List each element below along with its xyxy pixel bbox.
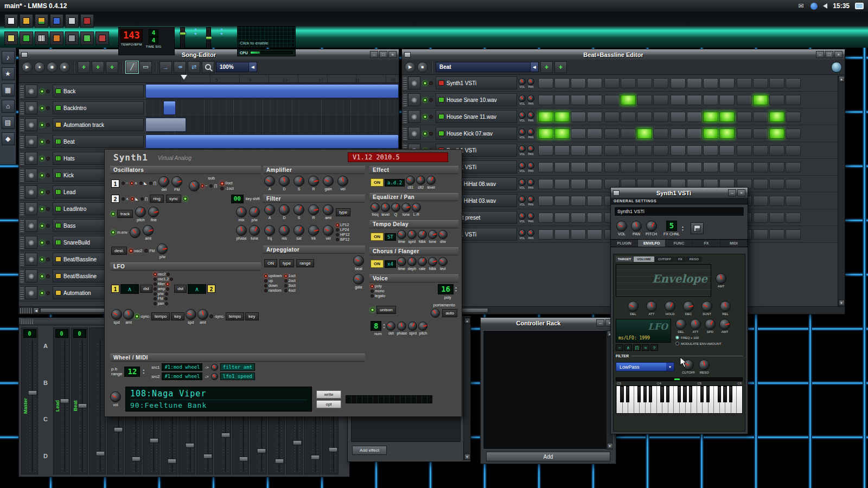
beat-step-12[interactable] — [719, 112, 735, 122]
transport-button[interactable]: ◉ — [47, 62, 58, 73]
track-actions-button[interactable] — [25, 118, 37, 131]
lfo1-number[interactable]: 1 — [111, 285, 119, 293]
chorus-mode-display[interactable]: x4 — [385, 260, 396, 268]
pan-knob[interactable]: PAN — [527, 145, 534, 156]
knob-dial[interactable] — [426, 176, 436, 185]
track-actions-button[interactable] — [408, 76, 420, 89]
beat-step-2[interactable] — [554, 179, 570, 189]
beat-step-16[interactable] — [786, 229, 801, 240]
knob-A[interactable]: A — [264, 176, 275, 191]
mute-led[interactable] — [423, 98, 427, 102]
transport-button[interactable]: ▶ — [405, 62, 416, 73]
beat-step-12[interactable] — [719, 129, 735, 139]
knob-dial[interactable] — [716, 273, 726, 284]
combo-arrow-icon[interactable]: ◀ — [530, 62, 538, 72]
beat-step-16[interactable] — [786, 196, 801, 206]
knob-rate[interactable]: rate — [418, 257, 427, 271]
beat-step-5[interactable] — [604, 145, 620, 156]
track-actions-button[interactable] — [25, 101, 37, 114]
lfo1-tempo-button[interactable]: tempo — [151, 312, 170, 320]
knob-level[interactable]: level — [381, 203, 390, 216]
beat-step-6[interactable] — [621, 145, 636, 156]
arp-type-button[interactable]: type — [279, 259, 294, 267]
beat-step-14[interactable] — [753, 145, 768, 156]
mixer-channel[interactable]: 0Master — [21, 328, 38, 474]
wave-button[interactable]: ≈ — [642, 344, 649, 351]
track-grip[interactable] — [403, 110, 407, 123]
knob-D[interactable]: D — [279, 204, 290, 220]
knob-dial[interactable] — [719, 319, 730, 330]
fader-handle[interactable] — [239, 457, 248, 461]
track-button[interactable]: track — [117, 210, 133, 218]
close-button[interactable]: × — [388, 51, 397, 58]
knob-ATT[interactable]: ATT — [690, 319, 701, 333]
knob-dial[interactable] — [264, 176, 275, 187]
beat-step-2[interactable] — [554, 162, 570, 172]
mode-button[interactable]: ▭ — [139, 61, 152, 73]
beat-step-9[interactable] — [671, 129, 686, 139]
bb-editor-titlebar[interactable]: Beat+Bassline Editor – □ × — [402, 49, 845, 60]
knob-dial[interactable] — [683, 359, 694, 370]
knob-dial[interactable] — [699, 359, 710, 370]
option-◣[interactable]: ◣ — [139, 181, 146, 185]
lfo1-dst-button[interactable]: dst — [140, 285, 152, 293]
beat-step-4[interactable] — [587, 196, 602, 206]
beat-step-15[interactable] — [769, 229, 784, 240]
knob-gate[interactable]: gate — [353, 274, 364, 289]
piano-key-black[interactable] — [678, 386, 681, 402]
timesig-denominator[interactable]: 4 — [149, 37, 159, 44]
beat-step-2[interactable] — [554, 78, 570, 88]
track-timeline[interactable] — [145, 83, 399, 99]
knob-dial[interactable] — [438, 257, 448, 266]
knob-dial[interactable] — [293, 204, 304, 215]
pattern-select[interactable]: Beat ◀ — [436, 62, 539, 72]
knob-amt[interactable]: amt — [197, 309, 208, 324]
timesig-numerator[interactable]: 4 — [149, 29, 159, 37]
toolbar-button[interactable] — [4, 14, 18, 28]
beat-step-10[interactable] — [687, 162, 702, 172]
fx-chain-scrollbar[interactable]: ▲ ▼ — [463, 317, 470, 460]
knob-dial[interactable] — [135, 207, 146, 217]
knob-dial[interactable] — [527, 179, 534, 186]
knob-dial[interactable] — [123, 309, 134, 320]
fader-handle[interactable] — [132, 457, 141, 461]
knob-dial[interactable] — [293, 225, 304, 236]
beat-step-5[interactable] — [604, 78, 620, 88]
knob-dial[interactable] — [157, 243, 168, 254]
knob-vel[interactable]: vel — [323, 225, 334, 240]
mute-led[interactable] — [423, 115, 427, 119]
toolbar-button[interactable] — [80, 14, 94, 28]
knob-dial[interactable] — [186, 309, 196, 320]
beat-step-5[interactable] — [604, 162, 620, 172]
option-updown[interactable]: updown — [264, 274, 282, 278]
beat-step-3[interactable] — [571, 145, 586, 156]
option-mono[interactable]: mono — [371, 289, 385, 293]
beat-step-10[interactable] — [687, 112, 702, 122]
modulate-env-radio[interactable]: MODULATE ENV-AMOUNT — [675, 342, 730, 345]
knob-RESO[interactable]: RESO — [699, 359, 710, 374]
add-track-button[interactable]: + — [106, 61, 118, 73]
beat-step-14[interactable] — [753, 95, 768, 105]
knob-dial[interactable] — [353, 274, 364, 285]
group-label[interactable]: C — [43, 416, 48, 422]
track-name-panel[interactable]: Beat — [53, 135, 144, 148]
knob-SPD[interactable]: SPD — [705, 319, 716, 333]
master-pitch-arrows[interactable]: ▲▼ — [220, 27, 224, 36]
knob-vel[interactable]: vel — [337, 176, 348, 191]
track-grip[interactable] — [20, 85, 24, 98]
knob-dial[interactable] — [646, 301, 657, 312]
pan-knob[interactable]: PAN — [527, 229, 534, 240]
pw-knob[interactable]: p/w — [249, 207, 260, 222]
beat-step-14[interactable] — [753, 162, 768, 172]
beat-step-15[interactable] — [769, 213, 784, 223]
unison-num-display[interactable]: 8 — [371, 321, 381, 331]
fader-handle[interactable] — [60, 399, 69, 403]
knob-dial[interactable] — [249, 207, 260, 217]
volume-knob[interactable]: VOL — [519, 179, 526, 189]
track-actions-button[interactable] — [25, 236, 37, 249]
knob-freq[interactable]: freq — [371, 203, 380, 216]
solo-led[interactable] — [46, 123, 50, 127]
solo-led[interactable] — [46, 174, 50, 177]
portamento-knob[interactable] — [431, 309, 440, 318]
knob-dial[interactable] — [519, 179, 526, 186]
